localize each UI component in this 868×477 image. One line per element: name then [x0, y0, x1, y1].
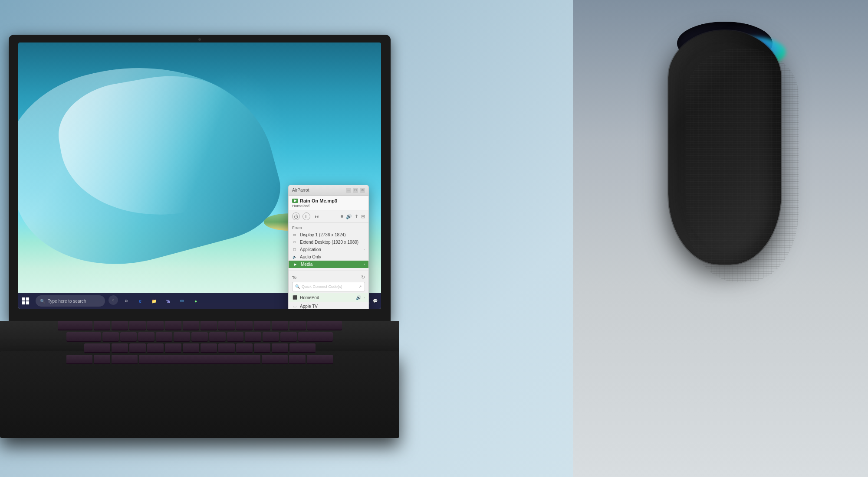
key-e [129, 321, 146, 330]
laptop: AirParrot ─ □ ✕ ▶ Rain On Me.mp3 HomePod [0, 35, 391, 434]
device-homepod[interactable]: ⬛ HomePod 🔊 › [289, 293, 368, 302]
task-view-icon[interactable]: ⧉ [121, 295, 132, 307]
close-button[interactable]: ✕ [360, 188, 365, 193]
key-v [165, 343, 181, 353]
key-l [245, 332, 261, 342]
qc-arrow-icon: ↗ [358, 284, 362, 289]
mesh-texture [686, 48, 799, 282]
key-ctrl [66, 355, 92, 364]
appletv-name: Apple TV [300, 304, 365, 309]
svg-rect-1 [26, 297, 29, 301]
from-section: From ▭ Display 1 (2736 x 1824) ▭ Extend … [289, 223, 368, 270]
qc-search-icon: 🔍 [295, 284, 300, 289]
search-icon: 🔍 [40, 299, 45, 304]
keyboard-row-4 [13, 355, 386, 364]
to-label: To [292, 275, 361, 280]
source-extend-desktop[interactable]: ▭ Extend Desktop (1920 x 1080) [289, 238, 368, 246]
key-alt-right [262, 355, 288, 364]
key-w [112, 321, 128, 330]
audio-icon: 🔈 [292, 255, 297, 259]
svg-rect-0 [22, 297, 25, 301]
source-display1[interactable]: ▭ Display 1 (2736 x 1824) [289, 231, 368, 238]
key-x [129, 343, 146, 353]
key-g [174, 332, 190, 342]
keyboard [13, 321, 386, 364]
to-header: To ↻ [289, 274, 368, 282]
key-semi [263, 332, 279, 342]
homepod-body [668, 30, 781, 265]
to-section: To ↻ 🔍 Quick Connect Code(s) ↗ ⬛ HomePod… [289, 272, 368, 309]
dialog-window-controls: ─ □ ✕ [346, 188, 365, 193]
app-label: Application [300, 247, 321, 252]
key-shift-left [84, 343, 110, 353]
now-playing-section: ▶ Rain On Me.mp3 HomePod [289, 196, 368, 210]
taskbar-search-bar[interactable]: 🔍 Type here to search [36, 295, 105, 307]
key-j [209, 332, 226, 342]
store-icon[interactable]: 🛍 [162, 295, 174, 307]
transport-controls: ⏻ ⏸ ⏭ 🔊 ⬆ ⊞ [289, 210, 368, 223]
keyboard-row-2 [13, 332, 386, 342]
media-icon: ▶ [292, 262, 298, 267]
key-bracket2 [289, 321, 306, 330]
media-label: Media [301, 262, 312, 267]
homepod-name: HomePod [300, 295, 353, 300]
mail-icon[interactable]: ✉ [176, 295, 187, 307]
key-o [236, 321, 253, 330]
svg-rect-2 [22, 301, 25, 304]
notification-area[interactable]: 💬 [373, 299, 378, 303]
key-u [201, 321, 217, 330]
key-c [147, 343, 164, 353]
status-dot [341, 215, 343, 218]
refresh-button[interactable]: ↻ [361, 274, 365, 280]
start-button[interactable] [18, 293, 33, 309]
file-explorer-icon[interactable]: 📁 [148, 295, 160, 307]
playing-device: HomePod [292, 204, 365, 208]
key-b [183, 343, 199, 353]
key-i [218, 321, 235, 330]
app-icon: ▢ [292, 248, 297, 252]
skip-button[interactable]: ⏭ [313, 212, 321, 220]
source-application[interactable]: ▢ Application › [289, 246, 368, 253]
appletv-device-icon: ▭ [292, 304, 297, 309]
key-z [112, 343, 128, 353]
key-f [156, 332, 172, 342]
source-media[interactable]: ▶ Media › [289, 261, 368, 268]
power-button[interactable]: ⏻ [292, 212, 300, 220]
key-n [201, 343, 217, 353]
key-s [120, 332, 137, 342]
key-q [94, 321, 110, 330]
from-label: From [289, 225, 368, 231]
grid-icon[interactable]: ⊞ [361, 214, 365, 219]
keyboard-row-3 [13, 343, 386, 353]
cortana-icon[interactable]: ○ [108, 295, 118, 305]
airplay-icon[interactable]: ⬆ [355, 214, 358, 219]
key-a [102, 332, 119, 342]
key-t [165, 321, 181, 330]
key-p [254, 321, 270, 330]
taskbar-icons-group: ○ ⧉ e 📁 🛍 ✉ [108, 295, 201, 307]
quick-connect-input[interactable]: Quick Connect Code(s) [302, 284, 357, 289]
key-tab [58, 321, 92, 330]
quick-connect-bar[interactable]: 🔍 Quick Connect Code(s) ↗ [292, 282, 365, 291]
key-period [254, 343, 270, 353]
maximize-button[interactable]: □ [353, 188, 358, 193]
device-appletv[interactable]: ▭ Apple TV [289, 302, 368, 309]
search-placeholder: Type here to search [48, 299, 86, 304]
minimize-button[interactable]: ─ [346, 188, 351, 193]
svg-rect-3 [26, 301, 29, 304]
keyboard-row-1 [13, 321, 386, 330]
source-audio[interactable]: 🔈 Audio Only [289, 253, 368, 261]
monitor-icon: ▭ [292, 233, 297, 237]
key-shift-right [289, 343, 316, 353]
edge-icon[interactable]: e [135, 295, 146, 307]
key-backspace [307, 321, 342, 330]
key-caps [66, 332, 101, 342]
audio-label: Audio Only [300, 255, 321, 259]
key-fn [289, 355, 306, 364]
extra-icon[interactable]: ● [190, 295, 201, 307]
key-k [227, 332, 243, 342]
key-space [139, 355, 260, 364]
pause-button[interactable]: ⏸ [302, 212, 310, 220]
key-y [183, 321, 199, 330]
volume-icon[interactable]: 🔊 [346, 214, 352, 219]
